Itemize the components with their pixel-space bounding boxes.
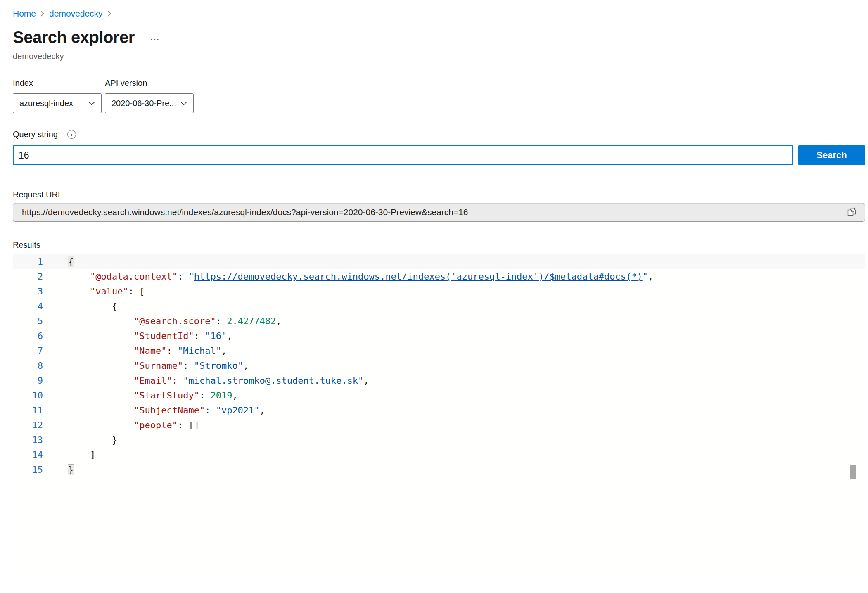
code-line: 15} (13, 463, 865, 477)
api-version-field: API version 2020-06-30-Pre... (105, 78, 194, 113)
search-button[interactable]: Search (798, 145, 865, 165)
odata-context-link[interactable]: https://demovedecky.search.windows.net/i… (194, 271, 643, 282)
index-select[interactable]: azuresql-index (13, 93, 102, 113)
code-token: , (221, 346, 227, 356)
code-token (68, 390, 134, 401)
code-token: "16" (205, 331, 227, 341)
code-token: : [ (128, 286, 145, 296)
code-line: 9 "Email": "michal.stromko@.student.tuke… (13, 373, 865, 388)
code-token: , (648, 271, 653, 282)
code-token: { (68, 301, 117, 311)
code-token: "SubjectName" (134, 405, 205, 415)
line-number: 7 (13, 344, 43, 358)
chevron-down-icon (88, 101, 95, 105)
code-token: , (260, 405, 265, 415)
code-token: , (232, 390, 237, 401)
line-number: 15 (13, 463, 43, 477)
line-number: 8 (13, 358, 43, 373)
code-line: 14 ] (13, 448, 865, 463)
code-line: 11 "SubjectName": "vp2021", (13, 403, 865, 418)
code-token: : (166, 346, 178, 356)
code-token (68, 420, 134, 430)
code-area: 1{2 "@odata.context": "https://demovedec… (13, 254, 865, 477)
request-url-label: Request URL (13, 190, 865, 199)
code-token: "Surname" (134, 361, 183, 371)
code-token: ] (68, 450, 95, 460)
index-label: Index (13, 78, 102, 88)
code-line: 6 "StudentId": "16", (13, 329, 865, 344)
code-token (68, 375, 134, 386)
info-icon[interactable]: i (67, 130, 76, 139)
code-token: "Email" (134, 375, 172, 386)
api-version-select[interactable]: 2020-06-30-Pre... (105, 93, 194, 113)
code-token: "michal.stromko@.student.tuke.sk" (183, 375, 363, 386)
request-url-bar: https://demovedecky.search.windows.net/i… (13, 203, 865, 222)
code-token (68, 405, 134, 415)
chevron-right-icon (40, 10, 45, 17)
page-subtitle: demovedecky (13, 52, 865, 61)
chevron-right-icon (107, 10, 111, 17)
chevron-down-icon (180, 101, 187, 105)
copy-icon[interactable] (845, 205, 859, 219)
code-token: : [] (178, 420, 199, 430)
code-token (68, 346, 134, 356)
code-token: "people" (134, 420, 178, 430)
breadcrumb-home-link[interactable]: Home (13, 9, 36, 19)
line-number: 1 (13, 254, 43, 269)
code-token: "Stromko" (194, 361, 243, 371)
breadcrumb: Home demovedecky (13, 8, 865, 19)
code-token (68, 316, 134, 326)
code-line: 12 "people": [] (13, 418, 865, 433)
line-number: 9 (13, 373, 43, 388)
code-token: "value" (90, 286, 128, 296)
line-number: 6 (13, 329, 43, 344)
code-token: : (205, 405, 216, 415)
line-number: 14 (13, 448, 43, 463)
line-number: 5 (13, 314, 43, 329)
more-options-icon[interactable]: ··· (150, 31, 160, 44)
line-number: 3 (13, 284, 43, 299)
code-token: , (363, 375, 369, 386)
code-token: } (68, 435, 117, 445)
line-number: 2 (13, 269, 43, 284)
line-number: 11 (13, 403, 43, 418)
code-token: } (68, 465, 74, 475)
code-line: 13 } (13, 433, 865, 448)
code-token (68, 286, 90, 296)
code-token: , (276, 316, 281, 326)
code-token: , (243, 361, 249, 371)
breadcrumb-service-link[interactable]: demovedecky (49, 9, 103, 19)
code-token (68, 331, 134, 341)
code-token: : (199, 390, 211, 401)
request-url-value[interactable]: https://demovedecky.search.windows.net/i… (22, 207, 845, 217)
code-token: "@search.score" (134, 316, 216, 326)
code-token: : (194, 331, 205, 341)
code-token: "Michal" (178, 346, 221, 356)
code-token (68, 271, 90, 282)
query-string-value: 16 (19, 150, 29, 161)
code-token: : (183, 361, 194, 371)
query-string-input[interactable]: 16 (13, 145, 793, 165)
code-token: { (68, 256, 74, 267)
code-token: : (172, 375, 183, 386)
code-token: "StartStudy" (134, 390, 199, 401)
line-number: 4 (13, 299, 43, 314)
code-token: "vp2021" (216, 405, 260, 415)
code-token: "StudentId" (134, 331, 194, 341)
code-token: "Name" (134, 346, 166, 356)
code-line: 5 "@search.score": 2.4277482, (13, 314, 865, 329)
line-number: 10 (13, 388, 43, 403)
code-token (68, 361, 134, 371)
text-cursor (30, 149, 31, 161)
code-token: " (643, 271, 648, 282)
code-token: : (216, 316, 227, 326)
code-line: 3 "value": [ (13, 284, 865, 299)
code-token: " (188, 271, 194, 282)
results-label: Results (13, 240, 865, 250)
code-line: 1{ (13, 254, 865, 269)
code-line: 7 "Name": "Michal", (13, 344, 865, 358)
code-token: , (227, 331, 232, 341)
results-json-editor[interactable]: 1{2 "@odata.context": "https://demovedec… (13, 254, 865, 581)
code-line: 8 "Surname": "Stromko", (13, 358, 865, 373)
code-token: : (178, 271, 189, 282)
